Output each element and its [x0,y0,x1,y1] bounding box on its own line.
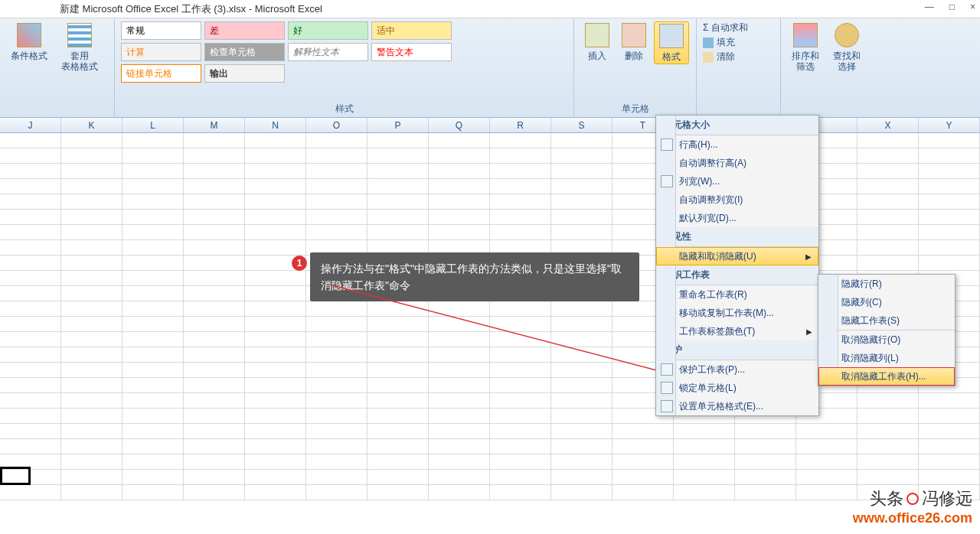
grid-cell[interactable] [858,164,919,178]
grid-cell[interactable] [0,393,61,408]
grid-cell[interactable] [306,148,368,163]
grid-cell[interactable] [184,485,245,500]
grid-cell[interactable] [429,225,490,239]
grid-cell[interactable] [612,470,674,484]
style-explain[interactable]: 解释性文本 [288,43,368,61]
grid-cell[interactable] [122,256,184,270]
grid-cell[interactable] [306,133,368,148]
grid-cell[interactable] [368,454,429,469]
grid-cell[interactable] [551,439,612,454]
grid-cell[interactable] [61,271,122,285]
grid-cell[interactable] [245,393,306,408]
grid-cell[interactable] [551,470,612,484]
grid-cell[interactable] [674,439,735,454]
grid-row[interactable] [0,470,980,485]
grid-cell[interactable] [490,470,551,484]
style-output[interactable]: 输出 [204,64,285,83]
menu-protect-sheet[interactable]: 保护工作表(P)... [656,360,818,379]
grid-cell[interactable] [796,485,858,500]
grid-cell[interactable] [858,179,919,194]
grid-cell[interactable] [919,393,980,408]
grid-cell[interactable] [368,378,429,392]
grid-cell[interactable] [919,454,980,469]
grid-cell[interactable] [490,133,551,148]
grid-cell[interactable] [61,301,122,316]
style-warn[interactable]: 警告文本 [371,43,452,61]
grid-cell[interactable] [551,164,612,178]
col-header[interactable]: Q [429,118,490,132]
grid-cell[interactable] [919,210,980,224]
grid-cell[interactable] [674,424,735,438]
grid-cell[interactable] [858,133,919,148]
grid-cell[interactable] [184,240,245,255]
grid-cell[interactable] [122,454,184,469]
style-normal[interactable]: 常规 [121,21,201,40]
grid-row[interactable] [0,210,980,225]
grid-cell[interactable] [61,439,122,454]
grid-cell[interactable] [429,347,490,362]
grid-cell[interactable] [858,454,919,469]
grid-cell[interactable] [551,225,612,239]
grid-cell[interactable] [735,439,796,454]
grid-cell[interactable] [0,317,61,331]
grid-cell[interactable] [61,179,122,194]
grid-cell[interactable] [858,240,919,255]
grid-cell[interactable] [919,409,980,423]
grid-cell[interactable] [429,164,490,178]
grid-cell[interactable] [368,393,429,408]
grid-cell[interactable] [61,164,122,178]
grid-cell[interactable] [796,470,858,484]
grid-cell[interactable] [61,485,122,500]
grid-cell[interactable] [61,424,122,438]
grid-cell[interactable] [245,133,306,148]
grid-cell[interactable] [306,393,368,408]
grid-cell[interactable] [61,225,122,239]
grid-cell[interactable] [245,378,306,392]
grid-cell[interactable] [368,470,429,484]
grid-cell[interactable] [61,409,122,423]
menu-auto-col[interactable]: 自动调整列宽(I) [656,190,818,209]
grid-cell[interactable] [61,148,122,163]
grid-cell[interactable] [612,454,674,469]
grid-cell[interactable] [0,301,61,316]
grid-cell[interactable] [122,133,184,148]
grid-cell[interactable] [122,332,184,347]
grid-cell[interactable] [612,424,674,438]
style-check[interactable]: 检查单元格 [204,43,285,61]
grid-cell[interactable] [306,194,368,209]
grid-cell[interactable] [429,485,490,500]
grid-cell[interactable] [919,225,980,239]
menu-lock-cells[interactable]: 锁定单元格(L) [656,379,818,397]
grid-cell[interactable] [490,363,551,377]
grid-cell[interactable] [245,317,306,331]
menu-move-sheet[interactable]: 移动或复制工作表(M)... [656,304,818,322]
style-neutral[interactable]: 适中 [371,21,452,40]
grid-cell[interactable] [245,194,306,209]
grid-cell[interactable] [429,179,490,194]
table-format-button[interactable]: 套用表格格式 [57,21,103,73]
grid-cell[interactable] [61,347,122,362]
grid-cell[interactable] [0,194,61,209]
sort-filter-button[interactable]: 排序和筛选 [787,21,824,73]
grid-cell[interactable] [0,133,61,148]
grid-cell[interactable] [122,210,184,224]
grid-cell[interactable] [306,454,368,469]
grid-cell[interactable] [551,301,612,316]
grid-cell[interactable] [0,439,61,454]
grid-cell[interactable] [245,454,306,469]
grid-cell[interactable] [122,409,184,423]
grid-cell[interactable] [61,363,122,377]
grid-cell[interactable] [551,409,612,423]
grid-cell[interactable] [858,194,919,209]
grid-cell[interactable] [490,424,551,438]
grid-cell[interactable] [184,454,245,469]
grid-cell[interactable] [858,393,919,408]
grid-cell[interactable] [245,240,306,255]
grid-cell[interactable] [490,409,551,423]
grid-cell[interactable] [184,301,245,316]
menu-hide-row[interactable]: 隐藏行(R) [818,275,955,293]
grid-cell[interactable] [490,210,551,224]
grid-cell[interactable] [368,439,429,454]
grid-cell[interactable] [490,347,551,362]
grid-cell[interactable] [429,301,490,316]
